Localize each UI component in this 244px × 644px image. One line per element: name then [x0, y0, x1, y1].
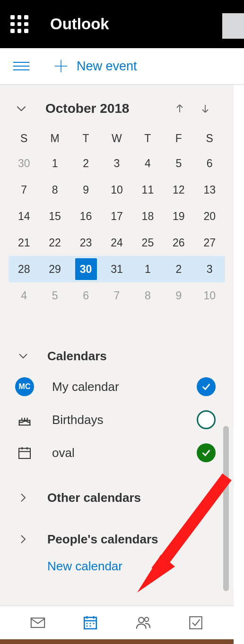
- section-header-calendars[interactable]: Calendars: [15, 342, 234, 370]
- section-label: Other calendars: [47, 491, 141, 505]
- prev-month-button[interactable]: [173, 102, 186, 115]
- weekday-header: S: [9, 127, 39, 150]
- calendar-day[interactable]: 14: [9, 203, 39, 229]
- decorative-grey-panel: [222, 13, 244, 39]
- section-label: People's calendars: [47, 532, 158, 547]
- calendar-day[interactable]: 11: [132, 177, 163, 203]
- plus-icon: [53, 58, 69, 74]
- weekday-header: M: [39, 127, 70, 150]
- calendar-day[interactable]: 27: [194, 229, 225, 256]
- calendar-day[interactable]: 3: [194, 256, 225, 282]
- calendar-name: oval: [52, 446, 75, 460]
- calendar-item-my-calendar[interactable]: MC My calendar: [15, 370, 234, 403]
- calendar-item-oval[interactable]: oval: [15, 436, 234, 469]
- calendar-day[interactable]: 17: [101, 203, 132, 229]
- calendar-name: My calendar: [52, 380, 119, 394]
- calendar-day[interactable]: 18: [132, 203, 163, 229]
- calendar-day[interactable]: 21: [9, 229, 39, 256]
- calendar-toggle-checked[interactable]: [197, 443, 216, 462]
- svg-rect-1: [31, 618, 44, 627]
- chevron-right-icon: [15, 531, 31, 547]
- calendar-day[interactable]: 5: [39, 282, 70, 309]
- switcher-calendar[interactable]: [79, 611, 102, 634]
- calendar-item-birthdays[interactable]: Birthdays: [15, 403, 234, 436]
- app-name: Outlook: [50, 15, 109, 33]
- cake-icon: [15, 410, 34, 429]
- svg-point-4: [145, 618, 149, 622]
- calendar-day[interactable]: 9: [70, 177, 101, 203]
- calendar-day[interactable]: 10: [101, 177, 132, 203]
- calendar-toggle-checked[interactable]: [197, 377, 216, 396]
- calendar-day[interactable]: 29: [39, 256, 70, 282]
- chevron-down-icon: [15, 348, 31, 364]
- weekday-header: S: [194, 127, 225, 150]
- weekday-header: T: [70, 127, 101, 150]
- weekday-header: W: [101, 127, 132, 150]
- calendar-day[interactable]: 6: [194, 150, 225, 177]
- mini-calendar[interactable]: SMTWTFS301234567891011121314151617181920…: [0, 116, 234, 309]
- hamburger-menu-icon[interactable]: [13, 58, 29, 74]
- calendar-day[interactable]: 12: [163, 177, 194, 203]
- switcher-people[interactable]: [132, 611, 155, 634]
- weekday-header: T: [132, 127, 163, 150]
- calendar-day[interactable]: 8: [39, 177, 70, 203]
- svg-rect-5: [190, 617, 202, 629]
- calendar-day[interactable]: 5: [163, 150, 194, 177]
- svg-rect-0: [19, 449, 30, 458]
- calendar-day[interactable]: 7: [9, 177, 39, 203]
- calendar-name: Birthdays: [52, 413, 103, 427]
- calendar-day[interactable]: 8: [132, 282, 163, 309]
- section-header-other-calendars[interactable]: Other calendars: [15, 483, 234, 512]
- next-month-button[interactable]: [199, 102, 212, 115]
- calendar-icon: [15, 443, 34, 462]
- svg-point-3: [139, 618, 144, 623]
- calendar-day[interactable]: 4: [9, 282, 39, 309]
- calendar-day[interactable]: 2: [163, 256, 194, 282]
- calendar-day[interactable]: 25: [132, 229, 163, 256]
- calendar-day[interactable]: 30: [70, 256, 101, 282]
- month-toggle-chevron[interactable]: [15, 102, 27, 115]
- calendar-day[interactable]: 6: [70, 282, 101, 309]
- new-calendar-link[interactable]: New calendar: [47, 559, 234, 574]
- app-launcher-icon[interactable]: [10, 15, 28, 33]
- calendar-toggle-unchecked[interactable]: [197, 410, 216, 429]
- calendar-day[interactable]: 30: [9, 150, 39, 177]
- calendar-day[interactable]: 23: [70, 229, 101, 256]
- month-label: October 2018: [45, 101, 129, 116]
- section-label: Calendars: [47, 349, 107, 364]
- calendar-day[interactable]: 16: [70, 203, 101, 229]
- calendar-day[interactable]: 24: [101, 229, 132, 256]
- new-event-label: New event: [77, 59, 137, 74]
- calendar-day[interactable]: 19: [163, 203, 194, 229]
- calendar-day[interactable]: 1: [132, 256, 163, 282]
- calendar-day[interactable]: 22: [39, 229, 70, 256]
- calendar-day[interactable]: 2: [70, 150, 101, 177]
- calendar-day[interactable]: 4: [132, 150, 163, 177]
- calendar-day[interactable]: 28: [9, 256, 39, 282]
- calendar-day[interactable]: 31: [101, 256, 132, 282]
- calendar-day[interactable]: 10: [194, 282, 225, 309]
- chevron-right-icon: [15, 490, 31, 506]
- switcher-mail[interactable]: [26, 611, 49, 634]
- calendar-day[interactable]: 9: [163, 282, 194, 309]
- decorative-footer: [0, 639, 234, 644]
- calendar-day[interactable]: 3: [101, 150, 132, 177]
- weekday-header: F: [163, 127, 194, 150]
- scrollbar[interactable]: [223, 426, 229, 591]
- calendar-day[interactable]: 13: [194, 177, 225, 203]
- calendar-day[interactable]: 7: [101, 282, 132, 309]
- new-event-button[interactable]: New event: [53, 58, 137, 74]
- calendar-day[interactable]: 1: [39, 150, 70, 177]
- calendar-day[interactable]: 15: [39, 203, 70, 229]
- avatar: MC: [15, 377, 34, 396]
- calendar-day[interactable]: 26: [163, 229, 194, 256]
- content-placeholder: [234, 85, 244, 605]
- switcher-tasks[interactable]: [184, 611, 207, 634]
- section-header-peoples-calendars[interactable]: People's calendars: [15, 525, 234, 553]
- calendar-day[interactable]: 20: [194, 203, 225, 229]
